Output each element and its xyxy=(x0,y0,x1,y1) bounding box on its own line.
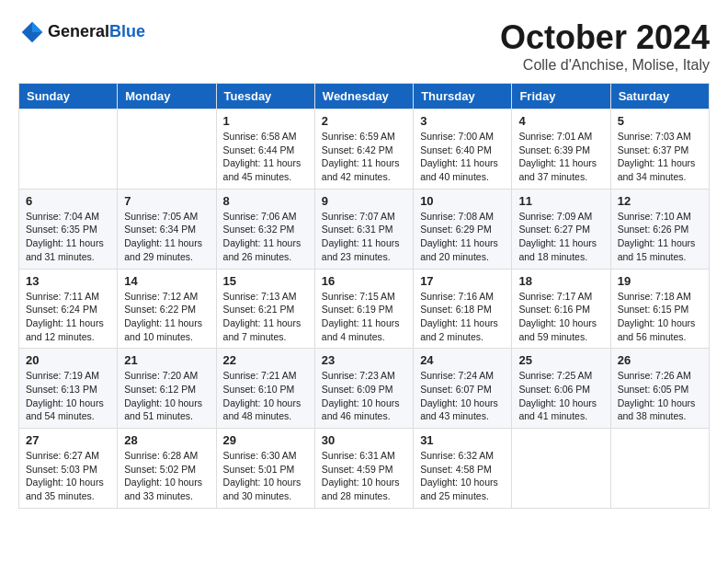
day-number: 19 xyxy=(618,274,702,288)
day-detail: Sunrise: 7:03 AMSunset: 6:37 PMDaylight:… xyxy=(618,130,702,184)
logo: GeneralBlue xyxy=(18,18,145,46)
calendar-cell: 28Sunrise: 6:28 AMSunset: 5:02 PMDayligh… xyxy=(118,429,216,509)
day-number: 4 xyxy=(518,114,603,128)
calendar-cell: 20Sunrise: 7:19 AMSunset: 6:13 PMDayligh… xyxy=(19,349,118,429)
day-detail: Sunrise: 7:17 AMSunset: 6:16 PMDaylight:… xyxy=(518,290,603,344)
calendar-week-row: 6Sunrise: 7:04 AMSunset: 6:35 PMDaylight… xyxy=(19,189,710,269)
calendar-cell: 6Sunrise: 7:04 AMSunset: 6:35 PMDaylight… xyxy=(19,189,118,269)
calendar-body: 1Sunrise: 6:58 AMSunset: 6:44 PMDaylight… xyxy=(19,109,710,509)
day-number: 26 xyxy=(618,353,702,367)
day-header: Monday xyxy=(118,84,216,109)
calendar-cell: 7Sunrise: 7:05 AMSunset: 6:34 PMDaylight… xyxy=(118,189,216,269)
calendar-cell: 1Sunrise: 6:58 AMSunset: 6:44 PMDaylight… xyxy=(216,109,314,190)
day-detail: Sunrise: 6:32 AMSunset: 4:58 PMDaylight:… xyxy=(420,449,505,503)
day-detail: Sunrise: 6:59 AMSunset: 6:42 PMDaylight:… xyxy=(322,130,406,184)
day-number: 11 xyxy=(518,194,603,208)
calendar-header-row: SundayMondayTuesdayWednesdayThursdayFrid… xyxy=(19,84,710,109)
calendar-week-row: 13Sunrise: 7:11 AMSunset: 6:24 PMDayligh… xyxy=(19,269,710,349)
day-detail: Sunrise: 7:05 AMSunset: 6:34 PMDaylight:… xyxy=(124,210,209,264)
day-header: Friday xyxy=(512,84,610,109)
day-detail: Sunrise: 7:11 AMSunset: 6:24 PMDaylight:… xyxy=(26,290,110,344)
day-detail: Sunrise: 7:08 AMSunset: 6:29 PMDaylight:… xyxy=(420,210,505,264)
calendar-cell: 27Sunrise: 6:27 AMSunset: 5:03 PMDayligh… xyxy=(19,429,118,509)
day-detail: Sunrise: 6:30 AMSunset: 5:01 PMDaylight:… xyxy=(223,449,308,503)
calendar-week-row: 1Sunrise: 6:58 AMSunset: 6:44 PMDaylight… xyxy=(19,109,710,190)
calendar-cell: 18Sunrise: 7:17 AMSunset: 6:16 PMDayligh… xyxy=(512,269,610,349)
day-detail: Sunrise: 7:23 AMSunset: 6:09 PMDaylight:… xyxy=(322,369,406,423)
logo-line1: General xyxy=(48,22,109,40)
calendar-cell: 23Sunrise: 7:23 AMSunset: 6:09 PMDayligh… xyxy=(314,349,413,429)
calendar-cell: 30Sunrise: 6:31 AMSunset: 4:59 PMDayligh… xyxy=(314,429,413,509)
day-detail: Sunrise: 7:25 AMSunset: 6:06 PMDaylight:… xyxy=(518,369,603,423)
day-number: 6 xyxy=(26,194,110,208)
calendar-cell xyxy=(512,429,610,509)
day-header: Saturday xyxy=(610,84,709,109)
calendar-cell: 3Sunrise: 7:00 AMSunset: 6:40 PMDaylight… xyxy=(414,109,512,190)
day-detail: Sunrise: 7:19 AMSunset: 6:13 PMDaylight:… xyxy=(26,369,110,423)
day-number: 21 xyxy=(124,353,209,367)
day-detail: Sunrise: 7:09 AMSunset: 6:27 PMDaylight:… xyxy=(518,210,603,264)
calendar-cell: 19Sunrise: 7:18 AMSunset: 6:15 PMDayligh… xyxy=(610,269,709,349)
day-detail: Sunrise: 7:15 AMSunset: 6:19 PMDaylight:… xyxy=(322,290,406,344)
location-subtitle: Colle d'Anchise, Molise, Italy xyxy=(500,57,710,74)
calendar-cell: 13Sunrise: 7:11 AMSunset: 6:24 PMDayligh… xyxy=(19,269,118,349)
calendar-cell: 24Sunrise: 7:24 AMSunset: 6:07 PMDayligh… xyxy=(414,349,512,429)
day-detail: Sunrise: 6:58 AMSunset: 6:44 PMDaylight:… xyxy=(223,130,308,184)
month-title: October 2024 xyxy=(500,18,710,57)
day-number: 29 xyxy=(223,433,308,447)
calendar-cell: 2Sunrise: 6:59 AMSunset: 6:42 PMDaylight… xyxy=(314,109,413,190)
calendar-cell: 11Sunrise: 7:09 AMSunset: 6:27 PMDayligh… xyxy=(512,189,610,269)
day-number: 5 xyxy=(618,114,702,128)
day-number: 16 xyxy=(322,274,406,288)
calendar-cell: 14Sunrise: 7:12 AMSunset: 6:22 PMDayligh… xyxy=(118,269,216,349)
day-detail: Sunrise: 7:26 AMSunset: 6:05 PMDaylight:… xyxy=(618,369,702,423)
day-number: 22 xyxy=(223,353,308,367)
day-number: 9 xyxy=(322,194,406,208)
day-detail: Sunrise: 7:00 AMSunset: 6:40 PMDaylight:… xyxy=(420,130,505,184)
day-detail: Sunrise: 7:10 AMSunset: 6:26 PMDaylight:… xyxy=(618,210,702,264)
calendar-week-row: 20Sunrise: 7:19 AMSunset: 6:13 PMDayligh… xyxy=(19,349,710,429)
day-number: 3 xyxy=(420,114,505,128)
calendar-cell: 4Sunrise: 7:01 AMSunset: 6:39 PMDaylight… xyxy=(512,109,610,190)
calendar-cell xyxy=(118,109,216,190)
calendar-cell: 16Sunrise: 7:15 AMSunset: 6:19 PMDayligh… xyxy=(314,269,413,349)
day-detail: Sunrise: 7:21 AMSunset: 6:10 PMDaylight:… xyxy=(223,369,308,423)
day-detail: Sunrise: 6:27 AMSunset: 5:03 PMDaylight:… xyxy=(26,449,110,503)
day-number: 1 xyxy=(223,114,308,128)
day-detail: Sunrise: 7:13 AMSunset: 6:21 PMDaylight:… xyxy=(223,290,308,344)
day-detail: Sunrise: 7:01 AMSunset: 6:39 PMDaylight:… xyxy=(518,130,603,184)
day-detail: Sunrise: 7:12 AMSunset: 6:22 PMDaylight:… xyxy=(124,290,209,344)
logo-line2: Blue xyxy=(109,22,145,40)
day-number: 10 xyxy=(420,194,505,208)
day-detail: Sunrise: 6:28 AMSunset: 5:02 PMDaylight:… xyxy=(124,449,209,503)
day-number: 18 xyxy=(518,274,603,288)
svg-marker-1 xyxy=(32,22,42,32)
day-number: 24 xyxy=(420,353,505,367)
title-block: October 2024 Colle d'Anchise, Molise, It… xyxy=(500,18,710,74)
day-detail: Sunrise: 7:04 AMSunset: 6:35 PMDaylight:… xyxy=(26,210,110,264)
day-number: 14 xyxy=(124,274,209,288)
day-number: 17 xyxy=(420,274,505,288)
calendar-cell: 8Sunrise: 7:06 AMSunset: 6:32 PMDaylight… xyxy=(216,189,314,269)
calendar-cell: 26Sunrise: 7:26 AMSunset: 6:05 PMDayligh… xyxy=(610,349,709,429)
calendar-cell: 31Sunrise: 6:32 AMSunset: 4:58 PMDayligh… xyxy=(414,429,512,509)
calendar-cell: 10Sunrise: 7:08 AMSunset: 6:29 PMDayligh… xyxy=(414,189,512,269)
calendar-cell xyxy=(610,429,709,509)
day-number: 2 xyxy=(322,114,406,128)
calendar-cell xyxy=(19,109,118,190)
day-number: 25 xyxy=(518,353,603,367)
day-header: Tuesday xyxy=(216,84,314,109)
day-number: 23 xyxy=(322,353,406,367)
calendar-cell: 25Sunrise: 7:25 AMSunset: 6:06 PMDayligh… xyxy=(512,349,610,429)
calendar-cell: 9Sunrise: 7:07 AMSunset: 6:31 PMDaylight… xyxy=(314,189,413,269)
day-detail: Sunrise: 7:20 AMSunset: 6:12 PMDaylight:… xyxy=(124,369,209,423)
day-number: 30 xyxy=(322,433,406,447)
day-detail: Sunrise: 7:18 AMSunset: 6:15 PMDaylight:… xyxy=(618,290,702,344)
day-detail: Sunrise: 7:07 AMSunset: 6:31 PMDaylight:… xyxy=(322,210,406,264)
day-number: 15 xyxy=(223,274,308,288)
calendar-cell: 17Sunrise: 7:16 AMSunset: 6:18 PMDayligh… xyxy=(414,269,512,349)
calendar-week-row: 27Sunrise: 6:27 AMSunset: 5:03 PMDayligh… xyxy=(19,429,710,509)
calendar-cell: 29Sunrise: 6:30 AMSunset: 5:01 PMDayligh… xyxy=(216,429,314,509)
calendar-table: SundayMondayTuesdayWednesdayThursdayFrid… xyxy=(18,83,710,509)
logo-icon xyxy=(18,18,46,46)
